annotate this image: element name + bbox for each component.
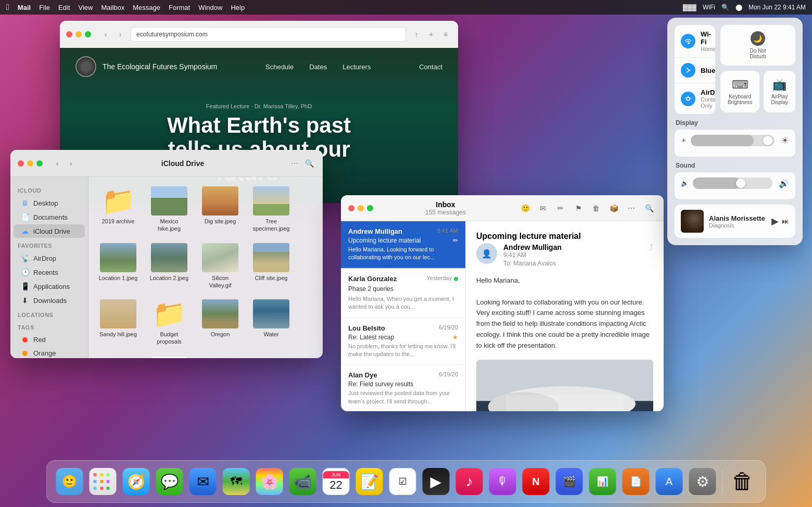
mail-more-icon[interactable]: ⋯ [624, 201, 639, 216]
menu-mailbox[interactable]: Mailbox [101, 4, 124, 11]
apple-menu[interactable]:  [6, 3, 9, 12]
dock-appstore[interactable]: A [654, 466, 685, 497]
dock-pages[interactable]: 📄 [620, 466, 652, 497]
list-item[interactable]: 📁 2019 archive [95, 183, 142, 236]
dock-music[interactable]: ♪ [454, 466, 485, 497]
dock-podcasts[interactable]: 🎙 [487, 466, 518, 497]
sidebar-item-orange[interactable]: Orange [14, 347, 85, 358]
mail-reply-icon[interactable]: ⤴ [649, 243, 653, 252]
skip-button[interactable]: ⏭ [782, 217, 789, 225]
cc-keyboard-tile[interactable]: ⌨ KeyboardBrightness [720, 71, 759, 112]
nav-contact[interactable]: Contact [419, 63, 442, 71]
list-item[interactable]: Mexico hike.jpeg [146, 183, 193, 236]
menu-message[interactable]: Message [133, 4, 160, 11]
dock-numbers[interactable]: 📊 [587, 466, 618, 497]
menu-window[interactable]: Window [198, 4, 222, 11]
sidebar-item-airdrop[interactable]: 📡 AirDrop [14, 251, 85, 265]
siri-icon[interactable]: ⬤ [735, 4, 742, 11]
mail-close-button[interactable] [348, 205, 354, 211]
nav-schedule[interactable]: Schedule [265, 63, 294, 71]
list-item[interactable]: Water [248, 296, 295, 349]
dock-facetime[interactable]: 📹 [287, 466, 319, 497]
mail-search-icon[interactable]: 🔍 [642, 201, 656, 216]
list-item[interactable]: Interview [146, 353, 193, 358]
nav-lecturers[interactable]: Lecturers [342, 63, 371, 71]
list-item[interactable]: Sandy hill.jpeg [95, 296, 142, 349]
dock-tv[interactable]: ▶ [421, 466, 452, 497]
sound-max-icon[interactable]: 🔊 [779, 179, 789, 188]
finder-minimize-button[interactable] [27, 160, 33, 167]
list-item[interactable]: 📁 Budget proposals [146, 296, 193, 349]
browser-reader-button[interactable]: ≡ [439, 28, 452, 41]
mail-archive-icon[interactable]: 📦 [606, 201, 621, 216]
finder-view-toggle[interactable]: ⋯ [288, 157, 301, 170]
dock-mail[interactable]: ✉ [187, 466, 219, 497]
mail-delete-icon[interactable]: 🗑 [589, 201, 603, 216]
mail-list-item[interactable]: Karla Gonzalez Yesterday Phase 2 queries… [341, 269, 465, 318]
browser-close-button[interactable] [66, 31, 72, 37]
browser-minimize-button[interactable] [75, 31, 82, 37]
menu-view[interactable]: View [79, 4, 93, 11]
dock-messages[interactable]: 💬 [154, 466, 185, 497]
dock-reminders[interactable]: ☑ [387, 466, 418, 497]
browser-maximize-button[interactable] [85, 31, 91, 37]
list-item[interactable]: 📁 Thesis project [197, 353, 244, 358]
list-item[interactable]: Location 2.jpeg [146, 240, 193, 293]
mail-envelope-icon[interactable]: ✉ [536, 201, 550, 216]
cc-sound-slider[interactable] [693, 178, 772, 189]
sidebar-item-recents[interactable]: 🕐 Recents [14, 265, 85, 279]
mail-list-item[interactable]: Lou Belsito 6/19/20 Re: Latest recap ★ N… [341, 318, 465, 365]
dock-finder[interactable]: 🙂 [54, 466, 85, 497]
cc-dnd-tile[interactable]: 🌙 Do NotDisturb [720, 25, 795, 66]
browser-url-bar[interactable]: ecofuturesymposium.com [131, 27, 406, 42]
mail-minimize-button[interactable] [358, 205, 364, 211]
mail-list-item[interactable]: Alan Dye 6/19/20 Re: Field survey result… [341, 365, 465, 411]
list-item[interactable]: Location 1.jpeg [95, 240, 142, 293]
cc-bluetooth-row[interactable]: Bluetooth [675, 58, 715, 83]
sidebar-item-documents[interactable]: 📄 Documents [14, 210, 85, 224]
menu-help[interactable]: Help [231, 4, 245, 11]
dock-launchpad[interactable] [87, 466, 119, 497]
dock-calendar[interactable]: JUN 22 [321, 466, 352, 497]
menu-edit[interactable]: Edit [58, 4, 70, 11]
mail-edit-icon[interactable]: ✏ [553, 201, 568, 216]
dock-trash[interactable]: 🗑 [727, 466, 758, 497]
app-name[interactable]: Mail [18, 4, 31, 11]
finder-forward-button[interactable]: › [65, 157, 77, 170]
cc-display-slider[interactable] [691, 135, 775, 146]
menu-format[interactable]: Format [169, 4, 190, 11]
cc-airdrop-row[interactable]: AirDrop Contacts Only [675, 83, 715, 114]
finder-maximize-button[interactable] [36, 160, 43, 167]
dock-sysprefs[interactable]: ⚙ [687, 466, 718, 497]
list-item[interactable]: Dig site.jpeg [197, 183, 244, 236]
mail-maximize-button[interactable] [367, 205, 373, 211]
finder-back-button[interactable]: ‹ [51, 157, 64, 170]
finder-close-button[interactable] [18, 160, 24, 167]
list-item[interactable]: Silicon Valley.gif [197, 240, 244, 293]
list-item[interactable]: 📁 Intern [95, 353, 142, 358]
dock-safari[interactable]: 🧭 [121, 466, 152, 497]
wifi-icon[interactable]: WiFi [703, 4, 715, 11]
sidebar-item-applications[interactable]: 📱 Applications [14, 280, 85, 293]
nav-dates[interactable]: Dates [309, 63, 327, 71]
dock-maps[interactable]: 🗺 [221, 466, 252, 497]
menu-file[interactable]: File [39, 4, 50, 11]
sidebar-item-desktop[interactable]: 🖥 Desktop [14, 196, 85, 210]
display-sun-icon[interactable]: ☀ [781, 135, 789, 146]
play-button[interactable]: ▶ [771, 216, 779, 227]
cc-wifi-row[interactable]: Wi-Fi Home [675, 25, 715, 58]
dock-photos[interactable]: 🌸 [254, 466, 285, 497]
sidebar-item-red[interactable]: Red [14, 333, 85, 346]
dock-keynote[interactable]: 🎬 [554, 466, 585, 497]
mail-list-item[interactable]: Andrew Mulligan 9:41 AM Upcoming lecture… [341, 221, 465, 269]
dock-news[interactable]: N [521, 466, 552, 497]
browser-share-button[interactable]: ↑ [410, 28, 423, 41]
browser-add-tab-button[interactable]: + [425, 28, 437, 41]
browser-back-button[interactable]: ‹ [99, 28, 112, 41]
mail-compose-icon[interactable]: 🙂 [518, 201, 532, 216]
dock-notes[interactable]: 📝 [354, 466, 385, 497]
cc-airplay-tile[interactable]: 📺 AirPlayDisplay [764, 71, 795, 112]
mail-flag-icon[interactable]: ⚑ [571, 201, 586, 216]
finder-search-button[interactable]: 🔍 [303, 157, 315, 170]
list-item[interactable]: Oregon [197, 296, 244, 349]
